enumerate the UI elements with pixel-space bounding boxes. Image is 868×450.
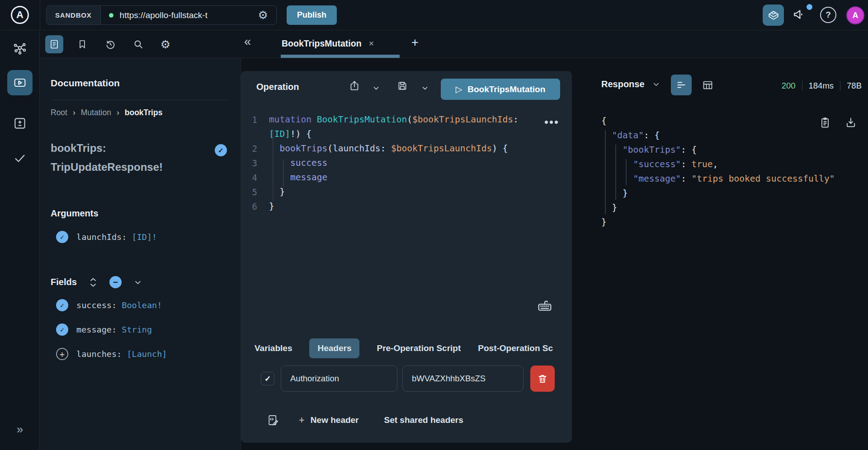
field-row-launches[interactable]: + launches: [Launch]: [56, 348, 167, 360]
saved-operations-tool-button[interactable]: [73, 35, 91, 53]
deselect-all-fields-button[interactable]: −: [109, 276, 122, 288]
argument-type: [ID]!: [132, 232, 157, 242]
check-icon: ✓: [60, 301, 64, 309]
field-name: message:: [76, 325, 117, 334]
play-icon: ▷: [456, 84, 462, 94]
publish-button[interactable]: Publish: [287, 5, 337, 25]
field-add-button[interactable]: +: [56, 348, 68, 360]
save-operation-button[interactable]: [396, 80, 408, 92]
endpoint-settings-gear-icon[interactable]: ⚙: [258, 9, 268, 21]
bookmark-icon: [77, 39, 88, 50]
keyboard-shortcuts-button[interactable]: [536, 296, 554, 314]
check-icon: ✓: [218, 146, 224, 155]
sort-fields-icon[interactable]: [89, 277, 98, 288]
tab-variables[interactable]: Variables: [255, 343, 292, 353]
check-icon: ✓: [264, 374, 271, 384]
edit-as-text-button[interactable]: [266, 413, 280, 427]
status-divider: [840, 81, 840, 91]
share-operation-button[interactable]: [349, 80, 360, 92]
breadcrumb: Root › Mutation › bookTrips: [51, 108, 162, 117]
table-view-toggle[interactable]: [697, 75, 718, 95]
breadcrumb-root[interactable]: Root: [51, 108, 67, 117]
history-tool-button[interactable]: [101, 35, 119, 53]
question-icon: ?: [826, 10, 831, 20]
arguments-title: Arguments: [51, 208, 99, 219]
endpoint-url-input[interactable]: [120, 10, 252, 20]
share-options-chevron[interactable]: [372, 84, 380, 92]
new-header-button[interactable]: + New header: [299, 414, 359, 426]
headers-footer: + New header Set shared headers: [266, 413, 463, 427]
chevron-down-icon: [652, 80, 660, 89]
operation-tab[interactable]: BookTripsMutation ×: [282, 38, 374, 49]
response-menu-chevron[interactable]: [652, 80, 660, 89]
delete-header-button[interactable]: [530, 366, 555, 392]
document-icon: [49, 39, 60, 50]
field-row-success[interactable]: ✓ success: Boolean!: [56, 299, 162, 311]
new-header-label: New header: [311, 415, 359, 425]
header-value-input[interactable]: [402, 366, 524, 392]
field-check[interactable]: ✓: [56, 323, 68, 336]
overflow-ellipsis-icon[interactable]: [545, 121, 558, 124]
list-lines-icon: [675, 79, 687, 91]
documentation-tool-button[interactable]: [45, 35, 63, 53]
tab-headers[interactable]: Headers: [309, 338, 359, 358]
raw-view-toggle[interactable]: [671, 75, 692, 95]
explorer-settings-button[interactable]: ⚙: [156, 35, 175, 53]
search-tool-button[interactable]: [129, 35, 147, 53]
status-code: 200: [782, 81, 796, 91]
argument-check[interactable]: ✓: [56, 231, 68, 243]
apollo-sandbox-app: { "topbar": { "logo_letter": "A", "sandb…: [0, 0, 868, 450]
argument-row[interactable]: ✓ launchIds: [ID]!: [56, 231, 157, 243]
endpoint-status-dot: [109, 13, 113, 18]
user-avatar[interactable]: A: [846, 6, 864, 24]
field-check[interactable]: ✓: [56, 299, 68, 311]
header-key-input[interactable]: [281, 366, 397, 392]
field-type: Boolean!: [122, 300, 162, 310]
response-panel: Response 200 184ms 78B { "data": {: [582, 71, 868, 450]
plus-icon: +: [60, 349, 65, 359]
expand-sidebar-button[interactable]: »: [0, 422, 40, 436]
documentation-panel: Documentation Root › Mutation › bookTrip…: [40, 58, 241, 450]
chevron-down-icon[interactable]: [133, 278, 142, 287]
checks-nav-button[interactable]: [0, 151, 40, 165]
field-selected-check[interactable]: ✓: [215, 144, 227, 156]
field-name: launches:: [76, 349, 122, 359]
run-operation-button[interactable]: ▷ BookTripsMutation: [441, 79, 560, 100]
status-divider: [802, 81, 802, 91]
new-tab-button[interactable]: +: [411, 36, 419, 50]
search-icon: [133, 39, 144, 50]
documentation-title: Documentation: [51, 78, 120, 89]
left-nav-sidebar: »: [0, 30, 40, 450]
operation-tab-title: BookTripsMutation: [282, 38, 362, 49]
tab-post-operation-script[interactable]: Post-Operation Sc: [478, 343, 553, 353]
close-tab-icon[interactable]: ×: [369, 38, 374, 49]
explorer-nav-button[interactable]: [7, 70, 33, 95]
chevron-right-icon: ›: [73, 108, 75, 117]
set-shared-headers-button[interactable]: Set shared headers: [384, 415, 463, 425]
field-row-message[interactable]: ✓ message: String: [56, 323, 152, 336]
save-options-chevron[interactable]: [421, 84, 429, 92]
field-signature-type: TripUpdateResponse!: [51, 158, 209, 177]
changelog-nav-button[interactable]: [0, 116, 40, 131]
breadcrumb-type[interactable]: Mutation: [81, 108, 111, 117]
check-icon: ✓: [60, 233, 64, 241]
indent-guide: [273, 131, 274, 201]
header-enabled-checkbox[interactable]: ✓: [261, 372, 274, 385]
avatar-letter: A: [853, 11, 859, 20]
field-type: [Launch]: [127, 349, 167, 359]
indent-guide: [283, 159, 284, 187]
announcements-button[interactable]: [792, 7, 807, 22]
response-title: Response: [601, 79, 645, 89]
explorer-play-icon: [13, 75, 27, 90]
apollo-logo-letter: A: [16, 9, 24, 21]
field-signature-name: bookTrips:: [51, 139, 209, 158]
indent-guide: [605, 130, 606, 214]
sandbox-mode-button[interactable]: [763, 5, 784, 26]
schema-graph-nav-button[interactable]: [0, 40, 40, 56]
argument-name: launchIds:: [76, 232, 127, 242]
collapse-docs-button[interactable]: «: [244, 35, 251, 49]
help-button[interactable]: ?: [820, 7, 836, 23]
operation-code-editor[interactable]: 1mutation BookTripsMutation($bookTripsLa…: [241, 112, 572, 214]
sandbox-badge[interactable]: SANDBOX: [47, 6, 101, 24]
tab-pre-operation-script[interactable]: Pre-Operation Script: [377, 343, 461, 353]
